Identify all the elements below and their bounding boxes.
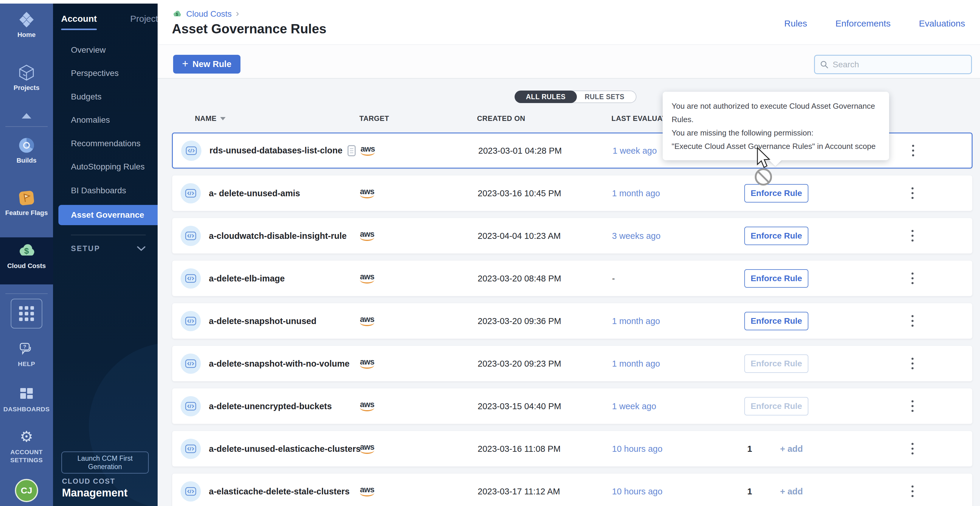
table-row[interactable]: a-delete-unused-elasticache-clustersaws2… [172, 431, 972, 467]
rule-name[interactable]: rds-unused-databases-list-clone [210, 145, 356, 157]
table-row[interactable]: a-delete-snapshot-with-no-volumeaws2023-… [172, 346, 972, 382]
sidebar-divider [71, 235, 146, 235]
tooltip-line: You are not authorized to execute Cloud … [671, 100, 880, 126]
last-evaluation-value[interactable]: 1 week ago [612, 146, 657, 155]
rule-icon [181, 268, 201, 289]
rail-item-help[interactable]: ? HELP [0, 339, 53, 368]
toggle-all-rules[interactable]: ALL RULES [515, 90, 577, 103]
created-on-value: 2023-03-16 10:45 PM [477, 188, 562, 198]
sidebar-item-anomalies[interactable]: Anomalies [71, 114, 110, 126]
enforcement-count[interactable]: 1 [747, 444, 752, 454]
rail-item-label: Cloud Costs [0, 262, 53, 270]
row-menu-button[interactable] [907, 311, 918, 331]
rail-item-home[interactable]: Home [0, 10, 53, 39]
rail-scroll-up[interactable] [0, 113, 53, 119]
sidebar-item-overview[interactable]: Overview [71, 44, 106, 56]
rail-item-label: Projects [0, 84, 53, 92]
rule-name[interactable]: a-delete-snapshot-unused [209, 316, 317, 326]
toggle-rule-sets[interactable]: RULE SETS [567, 90, 636, 103]
enforce-rule-button[interactable]: Enforce Rule [744, 312, 808, 330]
rule-name[interactable]: a-cloudwatch-disable-insight-rule [209, 231, 347, 241]
enforce-rule-button[interactable]: Enforce Rule [744, 227, 808, 245]
cloud-costs-icon: $ [0, 241, 53, 260]
aws-logo: aws [360, 486, 374, 496]
sidebar-item-recommendations[interactable]: Recommendations [71, 138, 140, 149]
sidebar-item-asset-governance[interactable]: Asset Governance [71, 209, 144, 221]
rail-item-label: Builds [0, 157, 53, 164]
rule-name[interactable]: a- delete-unused-amis [209, 188, 300, 198]
enforce-rule-button[interactable]: Enforce Rule [744, 397, 808, 416]
main-content: $ Cloud Costs › Asset Governance Rules R… [158, 0, 980, 506]
enforce-rule-button[interactable]: Enforce Rule [744, 269, 808, 288]
rule-icon [181, 439, 201, 459]
last-evaluation-value[interactable]: 1 week ago [612, 401, 656, 411]
copy-icon[interactable] [347, 145, 356, 157]
tab-project[interactable]: Project [130, 14, 158, 24]
last-evaluation-value[interactable]: 1 month ago [612, 188, 660, 198]
rail-item-projects[interactable]: Projects [0, 63, 53, 92]
rule-name[interactable]: a-delete-unused-elasticache-clusters [209, 444, 361, 454]
row-menu-button[interactable] [907, 226, 918, 246]
rule-icon [181, 396, 201, 416]
row-menu-button[interactable] [907, 184, 918, 203]
row-menu-button[interactable] [907, 397, 918, 416]
module-rail: Home Projects Builds [0, 0, 53, 506]
dashboards-icon [0, 385, 53, 404]
last-evaluation-value[interactable]: 10 hours ago [612, 444, 662, 454]
cube-icon [0, 63, 53, 82]
table-row[interactable]: a-delete-unencrypted-bucketsaws2023-03-1… [172, 388, 972, 424]
rule-name[interactable]: a-delete-unencrypted-buckets [209, 401, 332, 411]
aws-logo: aws [360, 316, 374, 326]
rail-item-label: Feature Flags [0, 209, 53, 217]
rule-name[interactable]: a-elasticache-delete-stale-clusters [209, 486, 350, 496]
last-evaluation-value[interactable]: 3 weeks ago [612, 231, 660, 241]
rule-icon [181, 354, 201, 374]
sidebar-item-autostopping-rules[interactable]: AutoStopping Rules [71, 161, 145, 173]
enforcement-count[interactable]: 1 [747, 486, 752, 496]
row-menu-button[interactable] [907, 439, 918, 458]
created-on-value: 2023-03-20 09:36 PM [477, 316, 562, 326]
table-row[interactable]: a-cloudwatch-disable-insight-ruleaws2023… [172, 218, 972, 254]
aws-logo: aws [360, 231, 374, 241]
rail-item-feature-flags[interactable]: Feature Flags [0, 188, 53, 217]
rule-icon [181, 311, 201, 331]
row-menu-button[interactable] [907, 269, 918, 288]
user-avatar[interactable]: CJ [15, 479, 38, 502]
gear-icon: ⚙ [0, 427, 53, 446]
tab-account[interactable]: Account [61, 14, 97, 24]
setup-section-toggle[interactable]: SETUP [71, 244, 146, 253]
launch-ccm-first-gen-button[interactable]: Launch CCM First Generation [61, 452, 149, 474]
product-eyebrow: CLOUD COST [62, 477, 115, 485]
module-picker-button[interactable] [11, 299, 42, 328]
aws-logo: aws [360, 444, 374, 454]
add-enforcement-link[interactable]: + add [780, 444, 803, 454]
last-evaluation-value[interactable]: 10 hours ago [612, 486, 662, 496]
row-menu-button[interactable] [907, 354, 918, 373]
add-enforcement-link[interactable]: + add [780, 486, 803, 496]
table-row[interactable]: a- delete-unused-amisaws2023-03-16 10:45… [172, 175, 972, 211]
svg-text:$: $ [24, 246, 29, 255]
last-evaluation-value[interactable]: 1 month ago [612, 358, 660, 368]
svg-text:?: ? [23, 344, 26, 350]
table-row[interactable]: a-elasticache-delete-stale-clustersaws20… [172, 473, 972, 506]
sidebar-item-budgets[interactable]: Budgets [71, 91, 102, 103]
sidebar-item-perspectives[interactable]: Perspectives [71, 67, 119, 79]
rail-item-dashboards[interactable]: DASHBOARDS [0, 385, 53, 413]
rule-name[interactable]: a-delete-snapshot-with-no-volume [209, 358, 350, 368]
last-evaluation-value[interactable]: 1 month ago [612, 316, 660, 326]
rail-item-label: Home [0, 31, 53, 39]
row-menu-button[interactable] [907, 141, 919, 160]
table-row[interactable]: a-delete-snapshot-unusedaws2023-03-20 09… [172, 303, 972, 339]
tooltip-line: You are missing the following permission… [671, 126, 880, 140]
rail-item-cloud-costs[interactable]: $ Cloud Costs [0, 241, 53, 270]
rail-item-builds[interactable]: Builds [0, 136, 53, 164]
sidebar-item-bi-dashboards[interactable]: BI Dashboards [71, 185, 126, 197]
scope-tabs: Account Project [61, 14, 158, 24]
enforce-rule-button[interactable]: Enforce Rule [744, 354, 808, 373]
table-row[interactable]: a-delete-elb-imageaws2023-03-20 08:48 PM… [172, 260, 972, 296]
rail-item-account-settings[interactable]: ⚙ ACCOUNT SETTINGS [0, 427, 53, 464]
rule-name[interactable]: a-delete-elb-image [209, 273, 285, 283]
help-chat-icon: ? [0, 339, 53, 358]
rail-item-label: ACCOUNT SETTINGS [0, 448, 53, 464]
row-menu-button[interactable] [907, 482, 918, 501]
